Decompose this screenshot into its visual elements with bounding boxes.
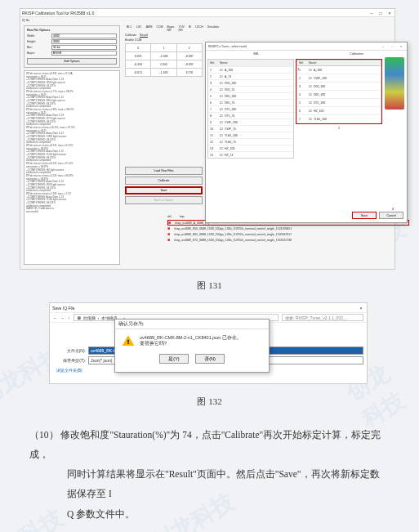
edit-options-button[interactable]: Edit Options	[27, 58, 117, 65]
back-icon[interactable]: ←	[53, 315, 57, 320]
back-button[interactable]: Back to Option	[125, 196, 203, 204]
height-input[interactable]	[51, 39, 117, 44]
checkbox-icon[interactable]: ☑	[220, 114, 223, 118]
bayer-select[interactable]	[51, 51, 117, 56]
checkbox-icon[interactable]: ☑	[220, 69, 223, 72]
list-item[interactable]: 5☑D75_100	[296, 99, 381, 107]
yes-button[interactable]: 是(Y)	[159, 354, 189, 364]
list-item[interactable]: 7☑TL84_100	[296, 115, 381, 123]
checkbox-icon[interactable]: ☑	[220, 95, 223, 98]
search-input[interactable]: 搜索: RKISP_Tuner_v2.1.1_002_...	[282, 314, 363, 321]
checkbox-icon[interactable]: ☑	[220, 147, 223, 150]
tab-blc[interactable]: BLC	[127, 25, 132, 32]
list-item[interactable]: 6☑HZ_100	[296, 107, 381, 115]
row-index: 7	[299, 118, 309, 121]
list-item[interactable]: 13☑HZ_100	[208, 145, 293, 151]
delete-icon[interactable]: ✖	[167, 232, 174, 236]
checkbox-icon[interactable]: ☑	[220, 82, 223, 85]
close-icon[interactable]: ×	[398, 44, 404, 49]
checkbox-icon[interactable]: ☑	[309, 110, 312, 113]
bits-select[interactable]	[51, 45, 117, 50]
list-item[interactable]: 2☑CWF_100	[296, 74, 381, 83]
load-raw-button[interactable]: Load Raw Files	[125, 167, 203, 175]
checkbox-icon[interactable]: ☑	[220, 108, 223, 111]
list-item[interactable]: 1☑A_100	[296, 66, 381, 74]
list-item[interactable]: 7☑D75_100	[208, 105, 293, 112]
list-item[interactable]: 3☑D50_100	[296, 83, 381, 91]
checkbox-icon[interactable]: ☑	[220, 75, 223, 78]
step-line2: 同时计算结果将显示在"Result"页面中。然后点击"Save"，再次将新标定数…	[29, 464, 389, 503]
row-index: 6	[299, 110, 309, 113]
row-index: 4	[210, 88, 220, 92]
tab-awb[interactable]: AWB	[146, 25, 153, 32]
forward-icon[interactable]: →	[60, 315, 65, 320]
calibrate-button[interactable]: Calibrate	[125, 177, 203, 185]
list-item[interactable]: 4☑D50_74	[208, 86, 293, 92]
checkbox-icon[interactable]: ☑	[220, 101, 223, 105]
list-item[interactable]: 1☑A_100	[208, 66, 293, 73]
confirm-message: ov4689_RK-CMK-8M-2-v1_CK8401.json 已存在。 要…	[140, 335, 242, 346]
list-item[interactable]: 9☑CWF_100	[208, 118, 293, 125]
width-input[interactable]	[51, 34, 117, 38]
up-icon[interactable]: ↑	[68, 315, 70, 320]
checkbox-icon[interactable]: ☑	[220, 121, 223, 124]
list-item[interactable]: 5☑D65_100	[208, 92, 293, 99]
file-row[interactable]: ✖ rkisp_ov4689_D75_0688_1500_150pp_1.00x…	[167, 237, 409, 243]
tab-ldch[interactable]: LDCH	[195, 25, 203, 32]
list-item[interactable]: 14☑HZ_74	[208, 151, 293, 158]
tab-calibrate[interactable]: Calibrate	[125, 34, 136, 37]
ccm-cell: -0.456	[126, 60, 151, 69]
minimize-icon[interactable]: –	[368, 11, 375, 16]
tab-ccm[interactable]: CCM	[156, 25, 163, 32]
no-button[interactable]: 否(N)	[195, 354, 225, 364]
browse-folders-link[interactable]: 浏览文件夹(B)	[53, 368, 82, 373]
ccm-cell: 2.045	[151, 60, 176, 69]
tab-simulator[interactable]: Simulator	[207, 25, 220, 32]
checkbox-icon[interactable]: ☑	[309, 85, 312, 88]
annotation-1: 1	[297, 67, 299, 71]
checkbox-icon[interactable]: ☑	[309, 77, 312, 80]
checkbox-icon[interactable]: ☑	[220, 127, 223, 131]
crumb-pc: 此电脑	[83, 315, 96, 320]
checkbox-icon[interactable]: ☑	[309, 69, 312, 72]
ccm-cell: 2	[176, 44, 202, 52]
checkbox-icon[interactable]: ☑	[220, 88, 223, 92]
list-item[interactable]: 4☑D65_100	[296, 91, 381, 99]
checkbox-icon[interactable]: ☑	[220, 141, 223, 144]
checkbox-icon[interactable]: ☑	[309, 118, 312, 121]
list-item[interactable]: 11☑TL84_100	[208, 132, 293, 138]
checkbox-icon[interactable]: ☑	[309, 93, 312, 96]
list-item[interactable]: 12☑TL84_74	[208, 138, 293, 145]
save-button[interactable]: Save	[125, 186, 203, 194]
tab-bayer-nr[interactable]: Bayer NR	[167, 25, 174, 32]
maximize-icon[interactable]: □	[389, 44, 395, 49]
delete-icon[interactable]: ✖	[168, 221, 175, 225]
step-number: （10）	[29, 430, 59, 440]
list-item[interactable]: 2☑A_74	[208, 73, 293, 79]
delete-icon[interactable]: ✖	[167, 226, 174, 230]
checkbox-icon[interactable]: ☑	[220, 154, 223, 157]
item-name: D75_100	[225, 108, 236, 111]
tab-result[interactable]: Result	[140, 34, 148, 37]
tab-lsc[interactable]: LSC	[136, 25, 142, 32]
delete-icon[interactable]: ✖	[167, 238, 174, 242]
minimize-icon[interactable]: –	[380, 44, 386, 49]
dialog-save-button[interactable]: Save	[352, 212, 377, 219]
dialog-cancel-button[interactable]: Cancel	[379, 212, 403, 219]
list-item[interactable]: 8☑D75_74	[208, 112, 293, 118]
list-item[interactable]: 6☑D65_74	[208, 99, 293, 105]
tab-ie[interactable]: IE	[189, 25, 191, 32]
tab-yuv-nr[interactable]: YUV NR	[179, 25, 185, 32]
item-name: D50_100	[225, 82, 236, 85]
maximize-icon[interactable]: □	[377, 11, 384, 16]
window-titlebar: RKISP Calibration Tool for RK3588 v1.0 –…	[20, 9, 394, 17]
checkbox-icon[interactable]: ☑	[220, 134, 223, 137]
list-item[interactable]: 3☑D50_100	[208, 79, 293, 86]
file-row[interactable]: ✖ rkisp_ov4689_D50_0688_1500_150pp_1.00x…	[167, 226, 409, 231]
file-row[interactable]: ✖ rkisp_ov4689_D65_0688_1500_150pp_1.00x…	[167, 231, 409, 237]
item-name: CWF_100	[314, 77, 327, 80]
list-item[interactable]: 10☑CWF_74	[208, 125, 293, 132]
close-icon[interactable]: ×	[358, 306, 364, 311]
checkbox-icon[interactable]: ☑	[309, 101, 312, 105]
close-icon[interactable]: ×	[386, 11, 393, 16]
